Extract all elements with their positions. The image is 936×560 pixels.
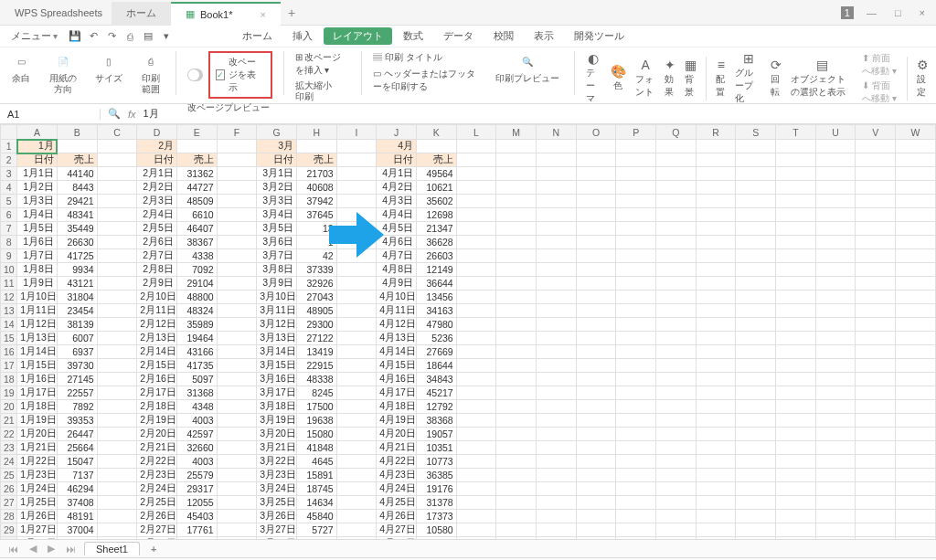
tab-view[interactable]: 表示 [525, 27, 563, 45]
cell[interactable] [736, 496, 776, 510]
cell[interactable]: 12698 [417, 208, 457, 222]
cell[interactable] [217, 414, 257, 428]
cell[interactable] [336, 414, 377, 428]
cell[interactable] [896, 414, 936, 428]
menu-button[interactable]: メニュー▾ [5, 29, 63, 43]
cell[interactable]: 13456 [417, 291, 457, 304]
cell[interactable] [616, 386, 656, 400]
cell[interactable] [696, 455, 736, 469]
cell[interactable] [496, 263, 537, 277]
cell[interactable] [656, 428, 697, 441]
cell[interactable] [896, 153, 936, 167]
cell[interactable]: 4月11日 [377, 304, 417, 318]
cell[interactable] [217, 181, 257, 195]
cell[interactable]: 12149 [417, 263, 457, 277]
save-icon[interactable]: 💾 [69, 30, 81, 43]
cell[interactable] [496, 441, 537, 455]
cell[interactable] [736, 140, 776, 153]
cell[interactable] [97, 140, 137, 153]
cell[interactable]: 44727 [176, 181, 217, 195]
cell[interactable] [656, 482, 697, 496]
cell[interactable] [576, 304, 616, 318]
cell[interactable]: 1 [296, 236, 336, 249]
cell[interactable] [896, 263, 936, 277]
cell[interactable]: 46294 [57, 482, 97, 496]
formula-value[interactable]: 1月 [144, 107, 159, 121]
cell[interactable] [336, 523, 377, 537]
cell[interactable] [576, 428, 616, 441]
cell[interactable]: 28944 [296, 537, 336, 540]
cell[interactable]: 3月14日 [257, 345, 297, 359]
cell[interactable] [97, 537, 137, 540]
cell[interactable] [815, 195, 856, 208]
cell[interactable] [496, 318, 537, 332]
cell[interactable] [336, 318, 377, 332]
cell[interactable] [456, 291, 496, 304]
cell[interactable] [896, 345, 936, 359]
cell[interactable] [456, 236, 496, 249]
cell[interactable] [696, 373, 736, 386]
cell[interactable]: 2月18日 [137, 400, 177, 414]
cell[interactable] [496, 304, 537, 318]
cell[interactable]: 3月4日 [257, 208, 297, 222]
cell[interactable] [776, 345, 816, 359]
size-button[interactable]: ▯サイズ [91, 51, 126, 84]
cell[interactable]: 36385 [417, 469, 457, 482]
cell[interactable] [656, 455, 697, 469]
cell[interactable] [217, 236, 257, 249]
cell[interactable]: 1月9日 [17, 277, 58, 291]
cell[interactable] [456, 318, 496, 332]
cell[interactable] [217, 140, 257, 153]
cell[interactable] [576, 345, 616, 359]
cell[interactable] [736, 236, 776, 249]
cell[interactable]: 27122 [296, 332, 336, 345]
cell[interactable] [217, 469, 257, 482]
cell[interactable] [896, 359, 936, 373]
cell[interactable] [696, 469, 736, 482]
cell[interactable] [856, 373, 896, 386]
cell[interactable]: 6937 [57, 345, 97, 359]
cell[interactable] [57, 140, 97, 153]
cell[interactable] [97, 304, 137, 318]
cell[interactable]: 32926 [296, 277, 336, 291]
row-header[interactable]: 19 [1, 386, 17, 400]
doc-tab[interactable]: ▦ Book1* × [171, 2, 281, 26]
sheet-tab[interactable]: Sheet1 [84, 542, 140, 555]
cell[interactable]: 37408 [57, 496, 97, 510]
col-header[interactable]: B [57, 125, 97, 140]
cell[interactable] [656, 414, 697, 428]
row-header[interactable]: 20 [1, 400, 17, 414]
cell[interactable]: 26630 [57, 236, 97, 249]
cell[interactable]: 4月3日 [377, 195, 417, 208]
col-header[interactable]: H [296, 125, 336, 140]
cell[interactable]: 42597 [176, 428, 217, 441]
cell[interactable] [656, 140, 697, 153]
cell[interactable] [696, 428, 736, 441]
row-header[interactable]: 12 [1, 291, 17, 304]
cell[interactable] [656, 332, 697, 345]
cell[interactable]: 31378 [417, 496, 457, 510]
cell[interactable] [776, 140, 816, 153]
cell[interactable] [896, 441, 936, 455]
cell[interactable]: 1月16日 [17, 373, 58, 386]
cell[interactable] [616, 167, 656, 181]
cell[interactable] [856, 318, 896, 332]
cell[interactable] [537, 222, 577, 236]
cell[interactable] [496, 167, 537, 181]
cell[interactable]: 3月20日 [257, 428, 297, 441]
cell[interactable] [815, 400, 856, 414]
cell[interactable]: 3月25日 [257, 496, 297, 510]
cell[interactable] [336, 373, 377, 386]
cell[interactable]: 3月8日 [257, 263, 297, 277]
col-header[interactable]: S [736, 125, 776, 140]
cell[interactable]: 36644 [417, 277, 457, 291]
cell[interactable] [496, 373, 537, 386]
cell[interactable] [656, 441, 697, 455]
cell[interactable] [456, 523, 496, 537]
cell[interactable] [856, 359, 896, 373]
orientation-button[interactable]: 📄用紙の 方向 [46, 51, 80, 95]
tab-insert[interactable]: 挿入 [283, 27, 322, 45]
cell[interactable]: 2月12日 [137, 318, 177, 332]
cell[interactable] [736, 195, 776, 208]
cell[interactable] [856, 167, 896, 181]
